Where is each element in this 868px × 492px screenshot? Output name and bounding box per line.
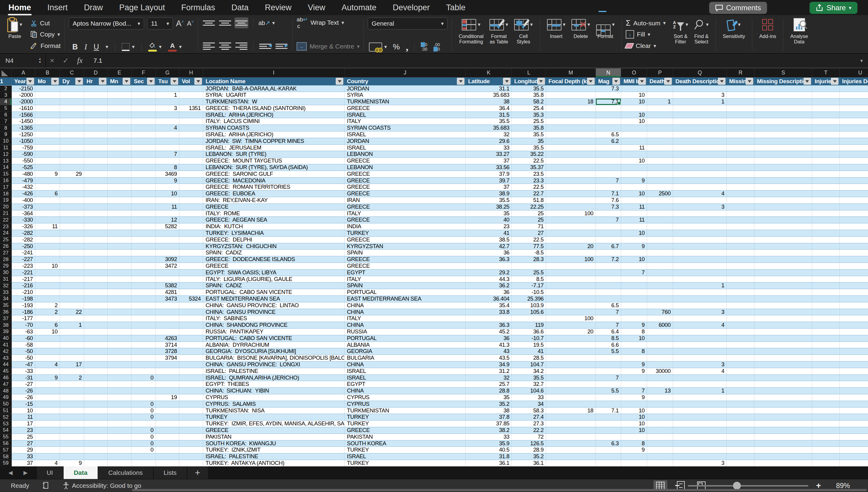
cell-P20[interactable]: [647, 203, 673, 210]
cell-P52[interactable]: [647, 414, 673, 421]
cell-K48[interactable]: 28.8: [466, 388, 512, 394]
cell-C22[interactable]: [60, 217, 84, 223]
sheet-tab-calculations[interactable]: Calculations: [98, 466, 153, 479]
cell-R38[interactable]: [726, 322, 755, 328]
decrease-indent-button[interactable]: ◀: [258, 41, 272, 52]
cell-I30[interactable]: EGYPT: SIWA OASIS; LIBYA: [203, 269, 344, 276]
cell-U39[interactable]: [840, 328, 868, 335]
cell-N4[interactable]: 7.1: [595, 99, 621, 105]
cell-G24[interactable]: [156, 230, 179, 237]
cell-U18[interactable]: [840, 191, 868, 197]
cell-J39[interactable]: RUSSIA: [344, 328, 466, 335]
cell-A34[interactable]: -198: [11, 296, 35, 302]
cell-U13[interactable]: [840, 158, 868, 164]
zoom-slider-thumb[interactable]: [733, 482, 741, 490]
cell-G46[interactable]: [156, 374, 179, 381]
cell-K23[interactable]: 23: [466, 223, 512, 230]
cell-D48[interactable]: [84, 388, 108, 394]
name-box-stepper[interactable]: ▲▼: [39, 57, 41, 64]
cell-K24[interactable]: 41: [466, 230, 512, 237]
cell-C18[interactable]: [60, 191, 84, 197]
cell-F40[interactable]: [131, 335, 156, 342]
cell-R7[interactable]: [726, 118, 755, 125]
row-header-16[interactable]: 16: [0, 177, 11, 184]
cell-K28[interactable]: 36.3: [466, 256, 512, 263]
cell-L30[interactable]: 25.5: [512, 269, 546, 276]
cell-B12[interactable]: [35, 151, 60, 158]
cell-O45[interactable]: 9: [621, 368, 647, 374]
cell-M41[interactable]: [546, 342, 595, 348]
cell-T55[interactable]: [812, 434, 839, 440]
cell-C17[interactable]: [60, 184, 84, 191]
cell-F21[interactable]: [131, 210, 156, 217]
cell-P53[interactable]: [647, 421, 673, 427]
cell-S31[interactable]: [755, 276, 812, 282]
cell-S38[interactable]: [755, 322, 812, 328]
cell-B27[interactable]: [35, 250, 60, 256]
cell-D20[interactable]: [84, 203, 108, 210]
cell-H16[interactable]: [179, 177, 203, 184]
cell-N9[interactable]: 6.5: [595, 131, 621, 138]
cell-E12[interactable]: [108, 151, 131, 158]
cell-F18[interactable]: [131, 191, 156, 197]
cell-C46[interactable]: 2: [60, 374, 84, 381]
cell-L14[interactable]: 35.37: [512, 164, 546, 171]
cell-R11[interactable]: [726, 144, 755, 151]
cell-K12[interactable]: 33.27: [466, 151, 512, 158]
cell-Q56[interactable]: [673, 440, 726, 447]
cell-E30[interactable]: [108, 269, 131, 276]
cell-J32[interactable]: SPAIN: [344, 282, 466, 289]
cell-H14[interactable]: [179, 164, 203, 171]
cell-R51[interactable]: [726, 407, 755, 414]
cell-T31[interactable]: [812, 276, 839, 282]
cell-Q14[interactable]: [673, 164, 726, 171]
filter-button[interactable]: [612, 78, 620, 85]
cell-D17[interactable]: [84, 184, 108, 191]
cell-F53[interactable]: [131, 421, 156, 427]
cell-E58[interactable]: [108, 453, 131, 460]
cell-U12[interactable]: [840, 151, 868, 158]
cell-N8[interactable]: [595, 125, 621, 131]
cell-R28[interactable]: [726, 256, 755, 263]
cell-T2[interactable]: [812, 85, 839, 92]
cell-A37[interactable]: -177: [11, 315, 35, 322]
cell-M33[interactable]: [546, 289, 595, 296]
cell-G30[interactable]: [156, 269, 179, 276]
select-all-corner[interactable]: [0, 69, 11, 77]
cell-U57[interactable]: [840, 447, 868, 453]
cell-J42[interactable]: GEORGIA: [344, 348, 466, 355]
cell-P25[interactable]: [647, 236, 673, 243]
column-header-F[interactable]: F: [131, 69, 156, 77]
comments-button[interactable]: Comments: [709, 2, 767, 14]
cell-U14[interactable]: [840, 164, 868, 171]
cell-S22[interactable]: [755, 217, 812, 223]
cell-G25[interactable]: [156, 236, 179, 243]
cell-H45[interactable]: [179, 368, 203, 374]
cell-P56[interactable]: [647, 440, 673, 447]
table-header-cell[interactable]: Missing: [726, 77, 755, 85]
cell-I53[interactable]: TURKEY: IZMIR, EFES, AYDIN, MANISA, ALAS…: [203, 421, 344, 427]
cell-O27[interactable]: [621, 250, 647, 256]
cell-J59[interactable]: TURKEY: [344, 460, 466, 466]
cell-A51[interactable]: 10: [11, 407, 35, 414]
cell-C49[interactable]: [60, 394, 84, 401]
cell-H40[interactable]: [179, 335, 203, 342]
cell-R16[interactable]: [726, 177, 755, 184]
cell-I38[interactable]: CHINA: SHANDONG PROVINCE: [203, 322, 344, 328]
cell-F45[interactable]: [131, 368, 156, 374]
cell-G50[interactable]: [156, 401, 179, 407]
cell-N24[interactable]: [595, 230, 621, 237]
cell-J46[interactable]: ISRAEL: [344, 374, 466, 381]
row-header-9[interactable]: 9: [0, 131, 11, 138]
row-header-7[interactable]: 7: [0, 118, 11, 125]
cell-H5[interactable]: 1351: [179, 105, 203, 112]
row-header-50[interactable]: 50: [0, 401, 11, 407]
cell-L28[interactable]: 28.3: [512, 256, 546, 263]
cell-G13[interactable]: [156, 158, 179, 164]
cell-A27[interactable]: -241: [11, 250, 35, 256]
cell-G39[interactable]: [156, 328, 179, 335]
cell-L9[interactable]: 35.5: [512, 131, 546, 138]
cell-C53[interactable]: [60, 421, 84, 427]
cell-F52[interactable]: 0: [131, 414, 156, 421]
cell-G12[interactable]: 7: [156, 151, 179, 158]
